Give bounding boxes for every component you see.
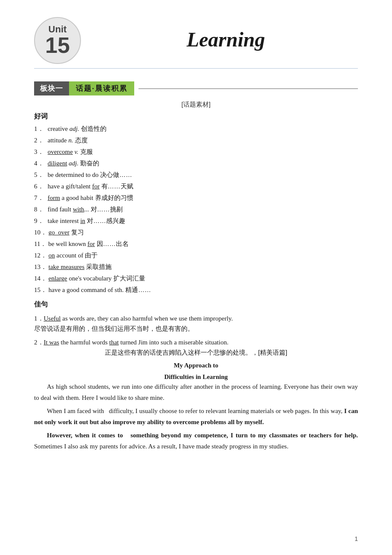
- list-item: 8． find fault with... 对……挑剔: [34, 204, 358, 214]
- sentence-item-2: 2．It was the harmful words that turned J…: [34, 337, 358, 358]
- essay-title-line1: My Approach to: [34, 362, 358, 369]
- list-item: 3． overcome v. 克服: [34, 147, 358, 157]
- vocab-list: 1． creative adj. 创造性的 2． attitude n. 态度 …: [34, 124, 358, 295]
- sentence-en-2: 2．It was the harmful words that turned J…: [34, 337, 358, 347]
- topic-label: [话题素材]: [34, 101, 358, 109]
- banner-subtitle: 话题·晨读积累: [69, 81, 134, 95]
- sentence-en-1: 1．Useful as words are, they can also har…: [34, 313, 358, 324]
- page-header: Unit 15 Learning: [34, 17, 358, 69]
- essay-body: As high school students, we run into one…: [34, 382, 358, 452]
- essay-paragraph-3: However, when it comes to something beyo…: [34, 430, 358, 452]
- sentence-heading: 佳句: [34, 300, 358, 309]
- section-banner: 板块一 话题·晨读积累: [34, 81, 358, 95]
- sentence-cn-2: 正是这些有害的话使吉姆陷入这样一个悲惨的处境。，[精美语篇]: [34, 347, 358, 358]
- list-item: 1． creative adj. 创造性的: [34, 124, 358, 134]
- list-item: 6． have a gift/talent for 有……天赋: [34, 181, 358, 191]
- list-item: 15． have a good command of sth. 精通……: [34, 285, 358, 295]
- essay-bold-2: However, when it comes to something beyo…: [47, 432, 358, 439]
- banner-line: [138, 88, 358, 89]
- sentence-cn-1: 尽管说话是有用的，但当我们运用不当时，也是有害的。: [34, 324, 358, 334]
- list-item: 5． be determined to do 决心做……: [34, 170, 358, 180]
- list-item: 14． enlarge one's vocabulary 扩大词汇量: [34, 273, 358, 283]
- unit-number: 15: [45, 34, 70, 56]
- essay-title: My Approach to Difficulties in Learning: [34, 362, 358, 381]
- list-item: 9． take interest in 对……感兴趣: [34, 216, 358, 226]
- essay-bold-1: I can not only work it out but also impr…: [34, 408, 358, 425]
- page-number: 1: [355, 535, 358, 542]
- unit-badge: Unit 15: [34, 17, 81, 64]
- essay-paragraph-1: As high school students, we run into one…: [34, 382, 358, 403]
- banner-box-label: 板块一: [34, 81, 69, 95]
- list-item: 2． attitude n. 态度: [34, 135, 358, 145]
- list-item: 7． form a good habit 养成好的习惯: [34, 193, 358, 203]
- main-title: Learning: [187, 28, 265, 51]
- list-item: 12． on account of 由于: [34, 250, 358, 260]
- list-item: 4． diligent adj. 勤奋的: [34, 158, 358, 168]
- vocab-heading: 好词: [34, 112, 358, 121]
- list-item: 13． take measures 采取措施: [34, 262, 358, 272]
- essay-title-line2: Difficulties in Learning: [34, 373, 358, 381]
- sentence-section: 1．Useful as words are, they can also har…: [34, 313, 358, 358]
- sentence-item-1: 1．Useful as words are, they can also har…: [34, 313, 358, 334]
- title-area: Learning: [94, 28, 358, 53]
- essay-paragraph-2: When I am faced with difficulty, I usual…: [34, 406, 358, 428]
- list-item: 10． go_over 复习: [34, 227, 358, 237]
- list-item: 11． be well known for 因……出名: [34, 239, 358, 249]
